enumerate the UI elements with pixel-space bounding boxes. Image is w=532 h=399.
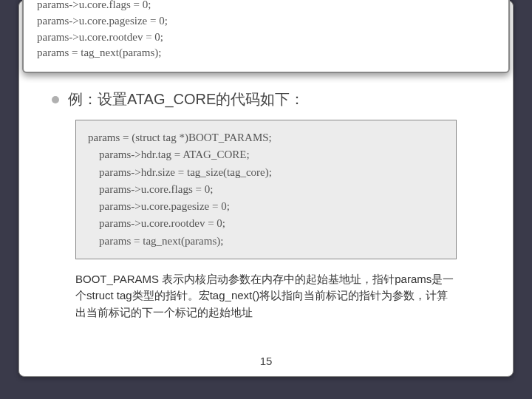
bullet-text: 例：设置ATAG_CORE的代码如下： — [68, 89, 304, 109]
top-overlay-codebox: params->u.core.flags = 0; params->u.core… — [22, 0, 510, 73]
bullet-row: 例：设置ATAG_CORE的代码如下： — [19, 89, 513, 120]
code-line: params->u.core.flags = 0; — [88, 181, 444, 198]
code-line: params = (struct tag *)BOOT_PARAMS; — [88, 129, 444, 146]
bullet-dot-icon — [52, 96, 59, 103]
code-block: params = (struct tag *)BOOT_PARAMS; para… — [75, 120, 457, 259]
code-line: params = tag_next(params); — [37, 45, 495, 61]
code-line: params = tag_next(params); — [88, 233, 444, 250]
code-line: params->u.core.pagesize = 0; — [88, 198, 444, 215]
code-line: params->hdr.tag = ATAG_CORE; — [88, 146, 444, 163]
description-text: BOOT_PARAMS 表示内核启动参数在内存中的起始基地址，指针params是… — [75, 271, 457, 321]
page-number: 15 — [19, 355, 513, 367]
code-line: params->u.core.rootdev = 0; — [88, 215, 444, 232]
code-line: params->u.core.pagesize = 0; — [37, 13, 495, 30]
code-line: params->u.core.flags = 0; — [37, 0, 495, 13]
code-line: params->hdr.size = tag_size(tag_core); — [88, 164, 444, 181]
code-line: params->u.core.rootdev = 0; — [37, 30, 495, 46]
